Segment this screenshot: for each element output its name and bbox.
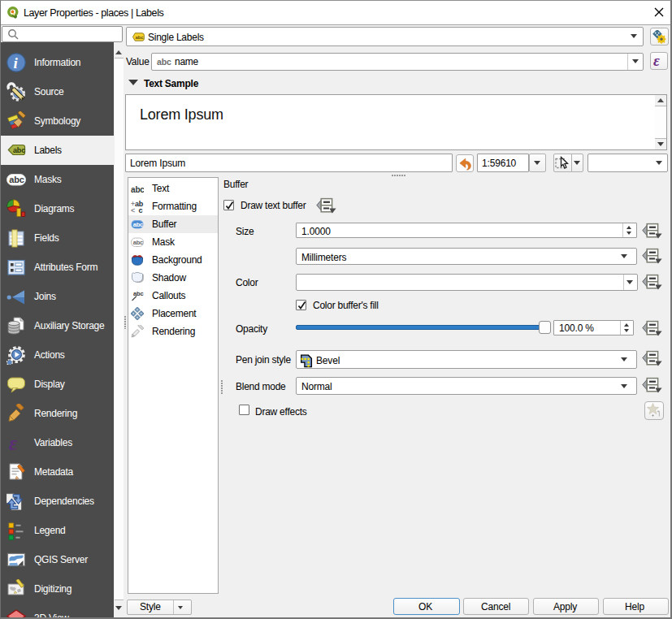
svg-text:abc: abc xyxy=(131,185,144,194)
svg-text:ε: ε xyxy=(9,433,18,452)
svg-text:abc: abc xyxy=(133,221,143,228)
svg-text:abc: abc xyxy=(13,146,25,154)
svg-text:<: < xyxy=(131,206,135,214)
svg-text:abc: abc xyxy=(9,175,24,184)
svg-text:c: c xyxy=(139,206,143,213)
svg-text:abc: abc xyxy=(133,290,143,297)
svg-text:i: i xyxy=(14,54,19,71)
svg-text:abc: abc xyxy=(136,35,145,40)
svg-text:abc: abc xyxy=(133,239,143,246)
